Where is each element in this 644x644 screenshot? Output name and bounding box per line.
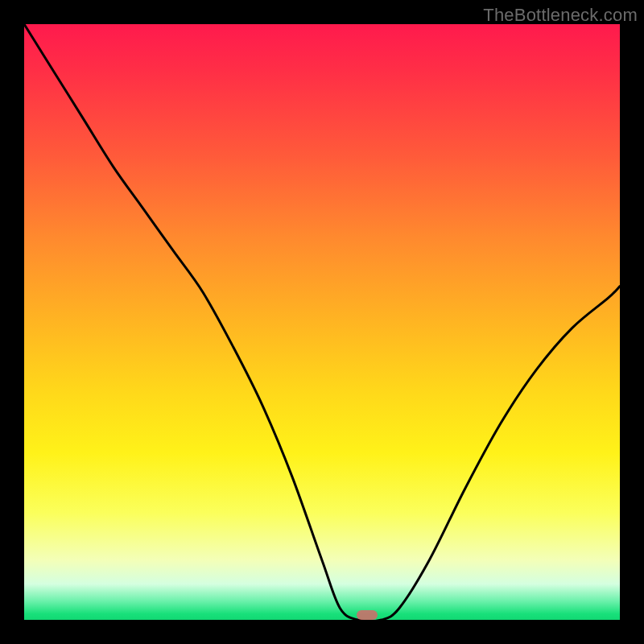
plot-area <box>24 24 620 620</box>
bottleneck-curve <box>24 24 620 620</box>
chart-frame: TheBottleneck.com <box>0 0 644 644</box>
watermark-text: TheBottleneck.com <box>483 5 638 26</box>
optimum-marker <box>357 610 378 620</box>
